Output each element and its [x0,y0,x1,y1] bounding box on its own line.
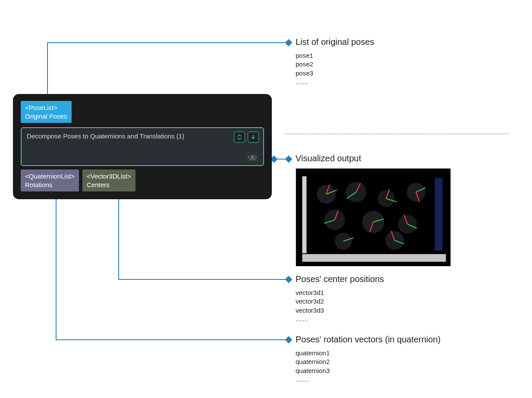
output-port-label: Rotations [25,181,75,189]
list-item: vector3d1 [296,288,384,297]
callout-title: Poses' center positions [296,274,384,284]
callout-list: pose1 pose2 pose3 …… [296,51,374,86]
output-port-type: <Vector3DList> [87,172,131,181]
callout-visualized-output: Visualized output [296,154,361,168]
visualized-output-image [296,168,451,266]
callout-rotations: Poses' rotation vectors (in quaternion) … [296,335,441,384]
callout-list: quaternion1 quaternion2 quaternion3 …… [296,349,441,384]
svg-rect-2 [302,176,306,253]
callout-title: List of original poses [296,37,374,47]
callout-original-poses: List of original poses pose1 pose2 pose3… [296,37,374,86]
node-panel: <PoseList> Original Poses Decompose Pose… [13,94,272,199]
list-item: …… [296,315,384,323]
output-port-vector3dlist[interactable]: <Vector3DList> Centers [82,169,135,191]
diamond-marker [285,336,293,344]
list-item: …… [296,375,441,384]
visualize-icon[interactable] [246,152,259,163]
list-item: pose1 [296,51,374,60]
output-ports: <QuaternionList> Rotations <Vector3DList… [21,169,264,191]
list-item: quaternion3 [296,367,441,375]
svg-rect-4 [435,178,443,251]
svg-point-0 [251,156,254,159]
node-title: Decompose Poses to Quaternions and Trans… [27,132,184,140]
dotted-separator [285,134,509,134]
callout-list: vector3d1 vector3d2 vector3d3 …… [296,288,384,323]
svg-rect-3 [302,254,446,262]
input-port-label: Original Poses [25,112,67,121]
svg-point-12 [335,233,352,250]
output-port-label: Centers [87,181,131,189]
callout-centers: Poses' center positions vector3d1 vector… [296,274,384,323]
input-port-poselist[interactable]: <PoseList> Original Poses [21,101,72,123]
node-body[interactable]: Decompose Poses to Quaternions and Trans… [21,127,264,166]
output-port-quaternionlist[interactable]: <QuaternionList> Rotations [21,169,79,191]
svg-point-11 [398,215,417,234]
input-port-type: <PoseList> [25,103,67,112]
list-item: vector3d3 [296,306,384,315]
download-icon[interactable] [248,132,259,143]
list-item: pose2 [296,60,374,69]
diamond-marker [285,156,293,163]
callout-title: Poses' rotation vectors (in quaternion) [296,335,441,345]
callout-title: Visualized output [296,154,361,163]
node-action-icons [234,132,259,143]
svg-point-5 [317,185,336,204]
output-port-type: <QuaternionList> [25,172,75,181]
list-item: vector3d2 [296,297,384,306]
list-item: pose3 [296,69,374,78]
list-item: …… [296,78,374,86]
diamond-marker [285,39,293,47]
svg-point-7 [378,190,395,207]
list-item: quaternion2 [296,357,441,366]
diamond-marker [285,276,293,283]
list-item: quaternion1 [296,349,441,357]
expand-icon[interactable] [234,132,245,143]
